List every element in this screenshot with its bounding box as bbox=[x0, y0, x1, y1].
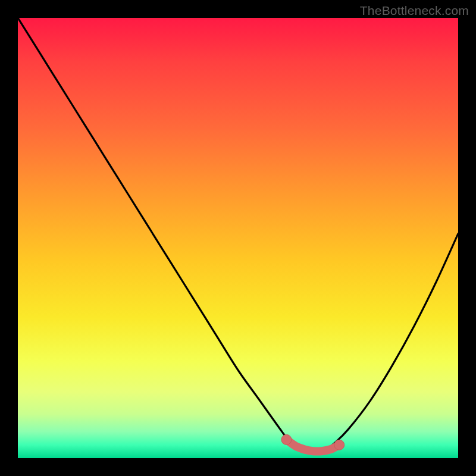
watermark-text: TheBottleneck.com bbox=[360, 4, 469, 18]
chart-frame: TheBottleneck.com bbox=[0, 0, 476, 476]
chart-svg bbox=[18, 18, 458, 458]
optimal-range-band bbox=[286, 440, 339, 452]
bottleneck-curve bbox=[18, 18, 458, 452]
optimal-range-endpoint bbox=[334, 440, 345, 450]
optimal-range-endpoint bbox=[281, 434, 292, 444]
plot-area bbox=[18, 18, 458, 458]
optimal-range-markers bbox=[281, 434, 345, 451]
